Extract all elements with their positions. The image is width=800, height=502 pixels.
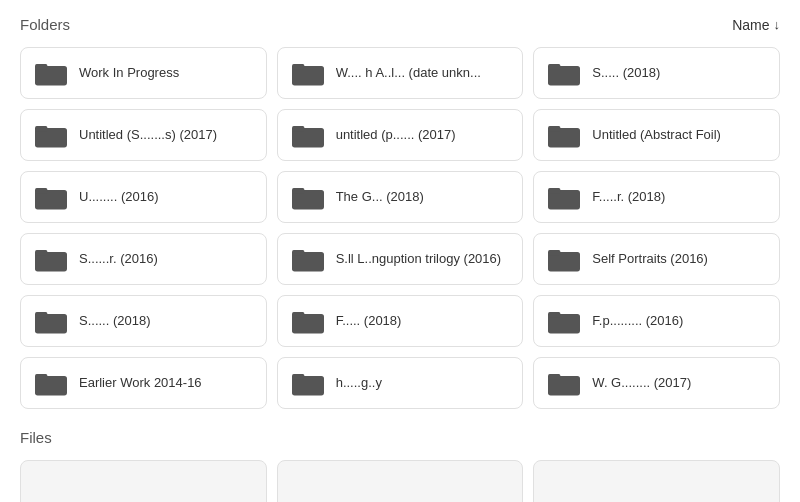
folder-icon xyxy=(548,122,580,148)
folder-item[interactable]: F.p......... (2016) xyxy=(533,295,780,347)
folder-item[interactable]: Work In Progress xyxy=(20,47,267,99)
svg-rect-19 xyxy=(35,250,47,255)
folder-name: W. G........ (2017) xyxy=(592,375,691,392)
folder-item[interactable]: U........ (2016) xyxy=(20,171,267,223)
sort-control[interactable]: Name ↓ xyxy=(732,17,780,33)
folder-name: S...... (2018) xyxy=(79,313,151,330)
folder-item[interactable]: Self Portraits (2016) xyxy=(533,233,780,285)
folder-name: untitled (p...... (2017) xyxy=(336,127,456,144)
folder-icon xyxy=(35,184,67,210)
folder-icon xyxy=(292,246,324,272)
svg-rect-29 xyxy=(548,312,560,317)
folder-icon xyxy=(292,122,324,148)
svg-rect-35 xyxy=(548,374,560,379)
files-section: Files xyxy=(20,429,780,502)
folder-item[interactable]: S..... (2018) xyxy=(533,47,780,99)
folder-item[interactable]: Untitled (S.......s) (2017) xyxy=(20,109,267,161)
folder-icon xyxy=(292,184,324,210)
svg-rect-3 xyxy=(292,64,304,69)
folder-item[interactable]: h.....g..y xyxy=(277,357,524,409)
folder-name: F..... (2018) xyxy=(336,313,402,330)
svg-rect-11 xyxy=(548,126,560,131)
folder-icon xyxy=(35,246,67,272)
folder-name: S......r. (2016) xyxy=(79,251,158,268)
svg-rect-1 xyxy=(35,64,47,69)
folder-name: U........ (2016) xyxy=(79,189,158,206)
folder-name: Untitled (S.......s) (2017) xyxy=(79,127,217,144)
file-thumbnail xyxy=(20,460,267,502)
folder-icon xyxy=(548,370,580,396)
files-title: Files xyxy=(20,429,780,446)
folder-item[interactable]: F..... (2018) xyxy=(277,295,524,347)
svg-rect-31 xyxy=(35,374,47,379)
svg-rect-23 xyxy=(548,250,560,255)
svg-rect-33 xyxy=(292,374,304,379)
folder-name: F.....r. (2018) xyxy=(592,189,665,206)
folder-icon xyxy=(292,370,324,396)
folder-icon xyxy=(548,60,580,86)
folder-item[interactable]: Untitled (Abstract Foil) xyxy=(533,109,780,161)
svg-rect-5 xyxy=(548,64,560,69)
folders-header: Folders Name ↓ xyxy=(20,16,780,33)
folders-grid: Work In Progress W.... h A..l... (date u… xyxy=(20,47,780,409)
page-container: Folders Name ↓ Work In Progress W.... h … xyxy=(0,0,800,502)
folder-icon xyxy=(292,60,324,86)
folder-icon xyxy=(292,308,324,334)
folder-name: F.p......... (2016) xyxy=(592,313,683,330)
folder-name: W.... h A..l... (date unkn... xyxy=(336,65,481,82)
svg-rect-7 xyxy=(35,126,47,131)
folders-title: Folders xyxy=(20,16,70,33)
folder-icon xyxy=(548,308,580,334)
folder-item[interactable]: The G... (2018) xyxy=(277,171,524,223)
folder-name: S.ll L..nguption trilogy (2016) xyxy=(336,251,501,268)
svg-rect-9 xyxy=(292,126,304,131)
folder-item[interactable]: W.... h A..l... (date unkn... xyxy=(277,47,524,99)
folder-name: Work In Progress xyxy=(79,65,179,82)
folder-item[interactable]: Earlier Work 2014-16 xyxy=(20,357,267,409)
folder-icon xyxy=(35,308,67,334)
svg-rect-15 xyxy=(292,188,304,193)
folder-icon xyxy=(548,246,580,272)
folder-name: S..... (2018) xyxy=(592,65,660,82)
svg-rect-13 xyxy=(35,188,47,193)
svg-rect-27 xyxy=(292,312,304,317)
svg-rect-17 xyxy=(548,188,560,193)
folder-name: h.....g..y xyxy=(336,375,382,392)
sort-arrow-icon: ↓ xyxy=(774,17,781,32)
folder-item[interactable]: untitled (p...... (2017) xyxy=(277,109,524,161)
folder-item[interactable]: S.ll L..nguption trilogy (2016) xyxy=(277,233,524,285)
folder-icon xyxy=(35,122,67,148)
sort-label: Name xyxy=(732,17,769,33)
folder-icon xyxy=(548,184,580,210)
folder-item[interactable]: S......r. (2016) xyxy=(20,233,267,285)
file-thumbnail xyxy=(533,460,780,502)
folder-name: Earlier Work 2014-16 xyxy=(79,375,202,392)
folder-name: Untitled (Abstract Foil) xyxy=(592,127,721,144)
svg-rect-21 xyxy=(292,250,304,255)
folder-icon xyxy=(35,370,67,396)
folder-name: The G... (2018) xyxy=(336,189,424,206)
svg-rect-25 xyxy=(35,312,47,317)
files-grid xyxy=(20,460,780,502)
folder-name: Self Portraits (2016) xyxy=(592,251,708,268)
folder-item[interactable]: S...... (2018) xyxy=(20,295,267,347)
folder-icon xyxy=(35,60,67,86)
folder-item[interactable]: W. G........ (2017) xyxy=(533,357,780,409)
folder-item[interactable]: F.....r. (2018) xyxy=(533,171,780,223)
file-thumbnail xyxy=(277,460,524,502)
